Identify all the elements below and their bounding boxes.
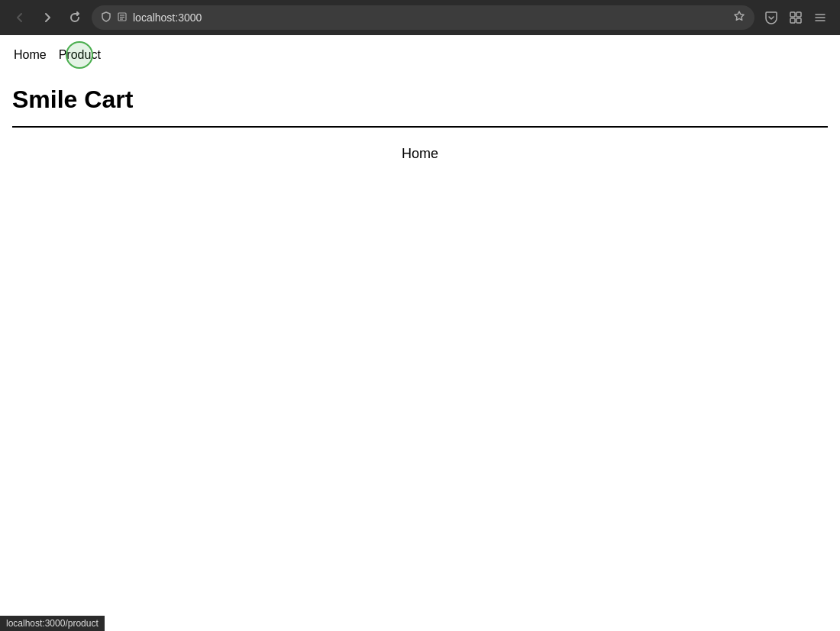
security-shield-icon bbox=[101, 11, 111, 24]
nav-product-wrapper: Product bbox=[56, 47, 104, 63]
pocket-icon[interactable] bbox=[761, 7, 782, 28]
nav-home-link[interactable]: Home bbox=[11, 47, 50, 63]
extensions-icon[interactable] bbox=[785, 7, 806, 28]
url-text: localhost:3000 bbox=[133, 11, 727, 24]
address-bar[interactable]: localhost:3000 bbox=[92, 5, 754, 30]
page-content: Home bbox=[0, 128, 840, 180]
refresh-button[interactable] bbox=[64, 7, 86, 28]
back-button[interactable] bbox=[9, 7, 31, 28]
page-icon bbox=[118, 12, 127, 24]
site-nav: Home Product bbox=[0, 35, 840, 75]
content-home-text: Home bbox=[402, 146, 438, 162]
browser-chrome: localhost:3000 bbox=[0, 0, 840, 35]
svg-rect-6 bbox=[790, 18, 795, 23]
svg-rect-7 bbox=[796, 18, 801, 23]
status-url: localhost:3000/product bbox=[6, 618, 99, 629]
browser-right-icons bbox=[761, 7, 831, 28]
menu-icon[interactable] bbox=[809, 7, 831, 28]
svg-rect-4 bbox=[790, 12, 795, 17]
star-icon[interactable] bbox=[733, 11, 745, 25]
forward-button[interactable] bbox=[37, 7, 58, 28]
site-title: Smile Cart bbox=[12, 86, 828, 114]
status-bar: localhost:3000/product bbox=[0, 616, 105, 631]
website-content: Home Product Smile Cart Home bbox=[0, 35, 840, 180]
nav-product-link[interactable]: Product bbox=[56, 47, 104, 63]
svg-rect-5 bbox=[796, 12, 801, 17]
site-header: Smile Cart bbox=[0, 75, 840, 120]
